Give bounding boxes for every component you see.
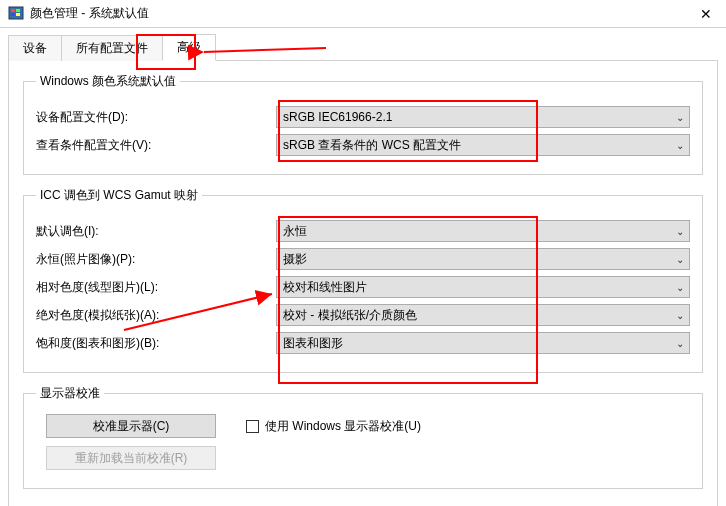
chevron-down-icon: ⌄ — [671, 226, 689, 237]
checkbox-box-icon — [246, 420, 259, 433]
group-display-calibration: 显示器校准 校准显示器(C) 使用 Windows 显示器校准(U) 重新加载当… — [23, 385, 703, 489]
view-profile-dropdown[interactable]: sRGB 查看条件的 WCS 配置文件 ⌄ — [276, 134, 690, 156]
tab-advanced[interactable]: 高级 — [162, 34, 216, 61]
tab-bar: 设备 所有配置文件 高级 — [8, 36, 718, 60]
perceptual-label: 永恒(照片图像)(P): — [36, 251, 276, 268]
group-windows-defaults: Windows 颜色系统默认值 设备配置文件(D): sRGB IEC61966… — [23, 73, 703, 175]
svg-rect-2 — [16, 9, 20, 12]
calibrate-display-button[interactable]: 校准显示器(C) — [46, 414, 216, 438]
default-intent-label: 默认调色(I): — [36, 223, 276, 240]
chevron-down-icon: ⌄ — [671, 112, 689, 123]
advanced-panel: Windows 颜色系统默认值 设备配置文件(D): sRGB IEC61966… — [8, 60, 718, 506]
svg-rect-1 — [11, 9, 15, 12]
device-profile-dropdown[interactable]: sRGB IEC61966-2.1 ⌄ — [276, 106, 690, 128]
window-title: 颜色管理 - 系统默认值 — [30, 5, 686, 22]
default-intent-dropdown[interactable]: 永恒 ⌄ — [276, 220, 690, 242]
group-display-calibration-legend: 显示器校准 — [36, 385, 104, 402]
group-icc-gamut: ICC 调色到 WCS Gamut 映射 默认调色(I): 永恒 ⌄ 永恒(照片… — [23, 187, 703, 373]
app-icon — [8, 6, 24, 22]
absolute-label: 绝对色度(模拟纸张)(A): — [36, 307, 276, 324]
perceptual-dropdown[interactable]: 摄影 ⌄ — [276, 248, 690, 270]
group-icc-gamut-legend: ICC 调色到 WCS Gamut 映射 — [36, 187, 202, 204]
relative-label: 相对色度(线型图片)(L): — [36, 279, 276, 296]
close-button[interactable]: ✕ — [686, 0, 726, 28]
device-profile-label: 设备配置文件(D): — [36, 109, 276, 126]
tab-all-profiles[interactable]: 所有配置文件 — [61, 35, 163, 61]
relative-dropdown[interactable]: 校对和线性图片 ⌄ — [276, 276, 690, 298]
group-windows-defaults-legend: Windows 颜色系统默认值 — [36, 73, 180, 90]
titlebar: 颜色管理 - 系统默认值 ✕ — [0, 0, 726, 28]
chevron-down-icon: ⌄ — [671, 254, 689, 265]
view-profile-label: 查看条件配置文件(V): — [36, 137, 276, 154]
reload-calibration-button: 重新加载当前校准(R) — [46, 446, 216, 470]
chevron-down-icon: ⌄ — [671, 338, 689, 349]
chevron-down-icon: ⌄ — [671, 140, 689, 151]
svg-rect-3 — [11, 13, 15, 16]
svg-rect-4 — [16, 13, 20, 16]
chevron-down-icon: ⌄ — [671, 310, 689, 321]
saturation-label: 饱和度(图表和图形)(B): — [36, 335, 276, 352]
use-windows-calibration-checkbox[interactable]: 使用 Windows 显示器校准(U) — [246, 418, 421, 435]
saturation-dropdown[interactable]: 图表和图形 ⌄ — [276, 332, 690, 354]
chevron-down-icon: ⌄ — [671, 282, 689, 293]
tab-devices[interactable]: 设备 — [8, 35, 62, 61]
absolute-dropdown[interactable]: 校对 - 模拟纸张/介质颜色 ⌄ — [276, 304, 690, 326]
